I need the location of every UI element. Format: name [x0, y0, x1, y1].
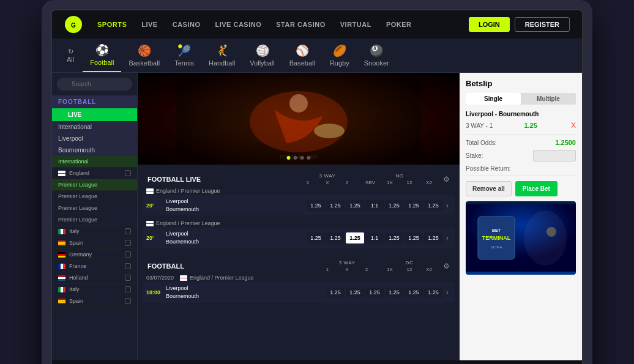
match2-odd-1x[interactable]: 1.25	[385, 232, 403, 243]
league-england-label: England	[69, 170, 89, 176]
nav-item-live-casino[interactable]: LIVE CASINO	[209, 18, 267, 31]
sidebar-premier-league-2[interactable]: Premier League	[52, 191, 137, 202]
match1-odd-2[interactable]: 1.25	[346, 200, 364, 211]
sport-tab-baseball[interactable]: ⚾ Baseball	[282, 39, 323, 72]
match2-odd-x[interactable]: 1.25	[326, 232, 345, 243]
league-germany-checkbox[interactable]	[125, 251, 131, 258]
football-live-section: FOOTBALL LIVE 3 WAY 1 X 2	[138, 165, 460, 256]
sidebar-sub-liverpool[interactable]: Liverpool	[52, 133, 137, 144]
premier-league-4-label: Premier League	[58, 217, 97, 223]
main-layout: 🔍 FOOTBALL LIVE International Liverpool …	[52, 73, 582, 360]
live-section-header: FOOTBALL LIVE 3 WAY 1 X 2	[143, 169, 455, 187]
upcoming-odd-12[interactable]: 1.25	[405, 287, 423, 298]
settings-icon-upcoming[interactable]: ⚙	[443, 262, 450, 270]
search-input[interactable]	[57, 78, 132, 91]
baseball-label: Baseball	[289, 59, 315, 67]
league-upcoming-label: England / Premier League	[190, 275, 254, 281]
hero-dot-4[interactable]	[307, 156, 311, 160]
nav-item-live[interactable]: LIVE	[135, 18, 163, 31]
sidebar-league-france[interactable]: France	[52, 261, 137, 272]
sidebar-premier-league-1[interactable]: Premier League	[52, 179, 137, 191]
match2-odd-2-highlighted[interactable]: 1.25	[346, 232, 364, 243]
match1-odd-x[interactable]: 1.25	[326, 200, 345, 211]
betslip-tab-multiple[interactable]: Multiple	[521, 93, 576, 105]
login-button[interactable]: LOGIN	[469, 17, 510, 32]
league-france-checkbox[interactable]	[125, 263, 131, 269]
nav-item-virtual[interactable]: VIRTUAL	[334, 18, 378, 31]
sport-tab-snooker[interactable]: 🎱 Snooker	[357, 39, 397, 72]
betslip-match-label: Liverpool - Bournemouth	[466, 111, 576, 117]
upcoming-odd-1x[interactable]: 1.25	[385, 287, 403, 298]
betslip-divider-1	[466, 135, 576, 135]
league-spain-2-checkbox[interactable]	[125, 298, 131, 304]
nav-item-casino[interactable]: CASINO	[166, 18, 207, 31]
upcoming-arrow[interactable]: ›	[444, 287, 451, 298]
match1-odd-x2[interactable]: 1.25	[424, 200, 442, 211]
stake-input[interactable]	[533, 150, 576, 162]
league-italy-2-checkbox[interactable]	[125, 286, 131, 292]
register-button[interactable]: REGISTER	[515, 17, 570, 32]
league-england-checkbox[interactable]	[125, 170, 131, 176]
betslip-tab-single[interactable]: Single	[466, 93, 521, 105]
sport-tab-tennis[interactable]: 🎾 Tennis	[167, 39, 201, 72]
nav-item-sports[interactable]: SPORTS	[91, 18, 133, 31]
nav-item-star-casino[interactable]: STAR CASINO	[270, 18, 331, 31]
sidebar-international-active[interactable]: International	[52, 156, 137, 168]
league-header-2: England / Premier League	[143, 219, 455, 228]
match1-time: 20'	[146, 202, 163, 209]
sidebar-premier-league-4[interactable]: Premier League	[52, 214, 137, 226]
match1-odd-sbv[interactable]: 1:1	[365, 200, 384, 211]
hero-dot-2[interactable]	[294, 156, 297, 160]
basketball-label: Basketball	[129, 59, 160, 67]
match1-odd-1[interactable]: 1.25	[307, 200, 325, 211]
sidebar-league-spain-2[interactable]: Spain	[52, 295, 137, 307]
selection-label: 3 WAY - 1	[466, 122, 493, 129]
settings-icon-live[interactable]: ⚙	[443, 175, 450, 184]
dc-cols: 1X 12 X2	[381, 267, 438, 272]
search-wrapper: 🔍	[57, 78, 132, 91]
sport-tab-rugby[interactable]: 🏉 Rugby	[323, 39, 357, 72]
sidebar-league-spain[interactable]: Spain	[52, 237, 137, 249]
sport-tab-volleyball[interactable]: 🏐 Vollyball	[242, 39, 282, 72]
league-italy-checkbox[interactable]	[125, 228, 131, 234]
upcoming-odd-x2[interactable]: 1.25	[424, 287, 442, 298]
sidebar-live-button[interactable]: LIVE	[52, 108, 137, 121]
match2-odd-sbv[interactable]: 1:1	[365, 232, 384, 243]
match2-odd-1[interactable]: 1.25	[307, 232, 325, 243]
hero-dot-1[interactable]	[287, 156, 291, 160]
upcoming-odd-1[interactable]: 1.25	[326, 287, 345, 298]
match2-odd-x2[interactable]: 1.25	[424, 232, 442, 243]
sidebar-premier-league-3[interactable]: Premier League	[52, 202, 137, 214]
sidebar-league-germany[interactable]: Germany	[52, 249, 137, 261]
flag-england	[58, 171, 65, 176]
sidebar-sub-bournemouth[interactable]: Bournemouth	[52, 144, 137, 156]
betslip-title: Betslip	[466, 79, 576, 88]
sport-tab-handball[interactable]: 🤾 Handball	[201, 39, 242, 72]
volleyball-icon: 🏐	[256, 44, 269, 58]
place-bet-button[interactable]: Place Bet	[515, 181, 558, 196]
sidebar-sub-international[interactable]: International	[52, 121, 137, 133]
sidebar-league-england[interactable]: England	[52, 168, 137, 179]
sidebar-league-holland[interactable]: Holland	[52, 272, 137, 284]
match1-odd-1x[interactable]: 1.25	[385, 200, 403, 211]
sport-tab-basketball[interactable]: 🏀 Basketball	[121, 39, 167, 72]
upcoming-odd-x[interactable]: 1.25	[346, 287, 364, 298]
sidebar-league-italy[interactable]: Italy	[52, 226, 137, 237]
nav-item-poker[interactable]: POKER	[380, 18, 418, 31]
match1-odd-12[interactable]: 1.25	[405, 200, 423, 211]
league-holland-label: Holland	[69, 275, 88, 281]
sport-tab-all[interactable]: ↻ All	[58, 42, 83, 69]
match2-odd-12[interactable]: 1.25	[405, 232, 423, 243]
league-spain-checkbox[interactable]	[125, 240, 131, 246]
remove-all-button[interactable]: Remove all	[466, 181, 512, 196]
nav-left: G SPORTS LIVE CASINO LIVE CASINO STAR CA…	[64, 15, 418, 34]
remove-x-button[interactable]: X	[571, 121, 576, 130]
match1-arrow[interactable]: ›	[444, 200, 451, 211]
upcoming-odd-2[interactable]: 1.25	[365, 287, 384, 298]
sport-tab-football[interactable]: ⚽ Football	[83, 39, 121, 72]
sidebar-league-italy-2[interactable]: Italy	[52, 284, 137, 295]
hero-dot-3[interactable]	[300, 156, 304, 160]
match2-arrow[interactable]: ›	[444, 232, 451, 243]
upcoming-three-way-cols: 1 X 2	[318, 267, 376, 272]
league-holland-checkbox[interactable]	[125, 275, 131, 281]
